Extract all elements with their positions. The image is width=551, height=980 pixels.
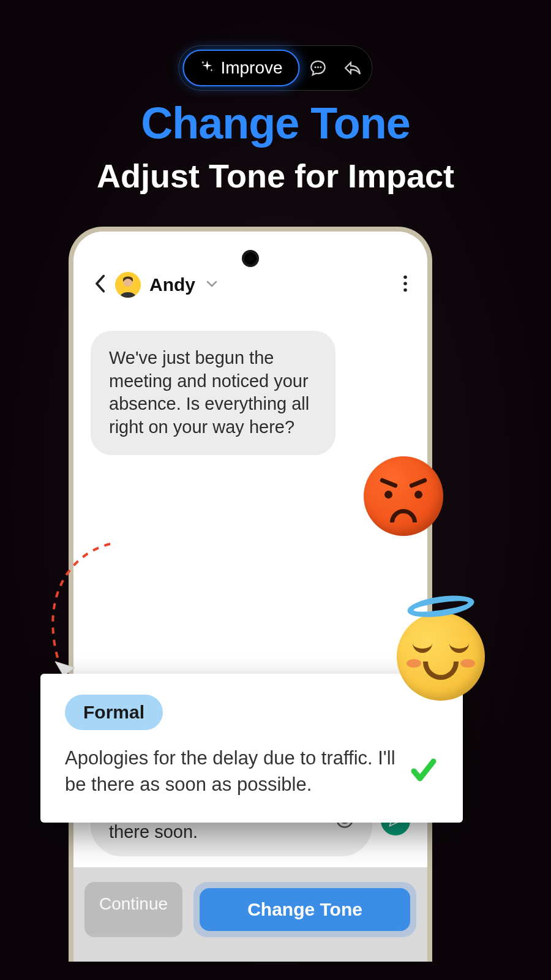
action-bar: Continue Change Tone [73,867,427,962]
toolbar-pill: Improve [178,45,372,91]
angel-face-icon [397,612,485,701]
phone-frame: Andy We've just begun the meeting and no… [69,227,432,962]
reply-arrow-icon [343,59,362,77]
svg-point-1 [317,66,319,68]
more-menu-button[interactable] [403,275,408,295]
svg-point-5 [403,276,407,279]
camera-dot [242,250,259,267]
continue-button[interactable]: Continue [84,882,182,937]
svg-point-2 [320,66,321,68]
avatar-person-icon [115,272,141,298]
incoming-message: We've just begun the meeting and noticed… [91,331,335,455]
suggestion-text: Apologies for the delay due to traffic. … [65,745,397,798]
improve-button[interactable]: Improve [182,50,299,86]
checkmark-icon [409,755,438,785]
contact-name[interactable]: Andy [149,274,195,295]
tone-chip-formal[interactable]: Formal [65,695,163,730]
reply-arrow-button[interactable] [337,52,369,84]
chat-header: Andy [73,232,427,306]
contact-dropdown[interactable] [206,279,217,290]
change-tone-button[interactable]: Change Tone [200,888,410,931]
change-tone-highlight: Change Tone [193,882,416,937]
chat-bubble-icon [309,59,328,77]
svg-point-6 [403,282,407,285]
sparkle-icon [200,59,214,77]
improve-label: Improve [220,58,282,78]
headline-title: Change Tone [0,98,551,148]
chevron-down-icon [206,281,217,288]
svg-point-7 [403,288,407,292]
suggestion-card: Formal Apologies for the delay due to tr… [40,674,463,823]
angry-face-icon [364,456,443,536]
headline-subtitle: Adjust Tone for Impact [0,157,551,195]
chat-bubble-button[interactable] [302,52,334,84]
back-button[interactable] [93,274,107,295]
chevron-left-icon [93,274,107,293]
avatar[interactable] [115,272,141,298]
phone-screen: Andy We've just begun the meeting and no… [73,232,427,962]
kebab-menu-icon [403,275,408,292]
svg-point-0 [315,66,317,68]
accept-suggestion-button[interactable] [409,755,438,787]
